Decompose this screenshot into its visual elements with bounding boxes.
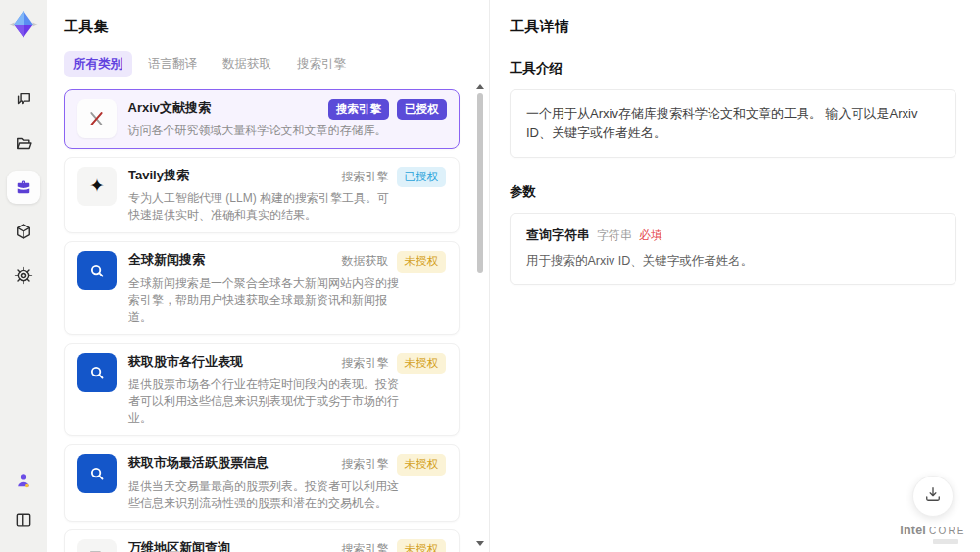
app-window: 工具集 所有类别 语言翻译 数据获取 搜索引擎 Arxiv文献搜索 <box>0 0 980 552</box>
category-label: 搜索引擎 <box>342 456 389 473</box>
tools-panel: 工具集 所有类别 语言翻译 数据获取 搜索引擎 Arxiv文献搜索 <box>47 0 490 552</box>
auth-status-badge: 未授权 <box>397 251 447 273</box>
tool-detail-panel: 工具详情 工具介绍 一个用于从Arxiv存储库搜索科学论文和文章的工具。 输入可… <box>490 0 980 552</box>
stock-sector-search-icon <box>77 353 117 392</box>
intel-core-logo: intel core <box>902 524 964 537</box>
auth-status-badge: 未授权 <box>397 353 447 375</box>
tab-search-engine[interactable]: 搜索引擎 <box>287 51 356 77</box>
tool-card-global-news[interactable]: 全球新闻搜索 数据获取 未授权 全球新闻搜索是一个聚合全球各大新闻网站内容的搜索… <box>64 241 460 335</box>
tool-name: Arxiv文献搜索 <box>128 99 212 117</box>
sidebar-item-packages[interactable] <box>7 215 40 248</box>
sidebar-item-files[interactable] <box>7 126 40 160</box>
settings-icon <box>14 266 33 285</box>
user-avatar-icon <box>14 471 33 490</box>
tool-name: 万维地区新闻查询 <box>128 539 230 552</box>
category-label: 数据获取 <box>342 253 389 270</box>
tool-card-active-stocks[interactable]: 获取市场最活跃股票信息 搜索引擎 未授权 提供当天交易量最高的股票列表。投资者可… <box>64 444 460 522</box>
tool-description: 专为人工智能代理 (LLM) 构建的搜索引擎工具。可快速提供实时、准确和真实的结… <box>128 190 400 224</box>
toolbox-icon <box>14 177 33 197</box>
intel-logo-sub-mark <box>933 539 958 544</box>
panel-toggle-icon <box>14 510 33 529</box>
scroll-up-arrow-icon[interactable] <box>476 84 484 89</box>
sidebar-item-settings[interactable] <box>7 259 40 292</box>
package-icon <box>14 222 33 241</box>
auth-status-badge: 未授权 <box>397 454 447 476</box>
folder-icon <box>14 133 33 153</box>
tool-card-arxiv[interactable]: Arxiv文献搜索 搜索引擎 已授权 访问各个研究领域大量科学论文和文章的存储库… <box>64 89 460 149</box>
category-label: 搜索引擎 <box>342 169 389 185</box>
download-button[interactable] <box>912 476 954 517</box>
tool-intro-text: 一个用于从Arxiv存储库搜索科学论文和文章的工具。 输入可以是Arxiv ID… <box>510 89 956 158</box>
tool-card-stock-sector[interactable]: 获取股市各行业表现 搜索引擎 未授权 提供股票市场各个行业在特定时间段内的表现。… <box>64 343 460 437</box>
tool-name: Tavily搜索 <box>128 167 189 184</box>
tab-language-translation[interactable]: 语言翻译 <box>138 51 207 77</box>
parameter-name: 查询字符串 <box>526 226 590 244</box>
tool-name: 获取市场最活跃股票信息 <box>128 454 269 472</box>
scroll-down-arrow-icon[interactable] <box>476 541 484 546</box>
params-section-heading: 参数 <box>510 183 956 201</box>
panel-toggle-button[interactable] <box>7 503 40 536</box>
tool-name: 获取股市各行业表现 <box>128 353 243 371</box>
tool-description: 提供股票市场各个行业在特定时间段内的表现。投资者可以利用这些信息来识别表现优于或… <box>128 376 400 427</box>
regional-news-icon <box>77 539 117 552</box>
sidebar <box>0 0 47 552</box>
category-label: 搜索引擎 <box>342 541 389 552</box>
download-icon <box>923 484 943 508</box>
tool-card-regional-news[interactable]: 万维地区新闻查询 搜索引擎 未授权 查询具体行政区划内的新闻，快速了解各地新闻动 <box>64 529 460 552</box>
parameter-type: 字符串 <box>597 227 632 244</box>
tool-card-tavily[interactable]: ✦ Tavily搜索 搜索引擎 已授权 专为人工智能代理 (LLM) 构建的搜索… <box>64 157 460 234</box>
category-tabs: 所有类别 语言翻译 数据获取 搜索引擎 <box>64 51 469 77</box>
intro-section-heading: 工具介绍 <box>510 60 956 77</box>
list-scrollbar <box>475 84 485 546</box>
auth-status-badge: 未授权 <box>397 539 447 552</box>
auth-status-badge: 已授权 <box>397 167 447 188</box>
sidebar-item-toolbox[interactable] <box>7 171 40 204</box>
chat-icon <box>14 89 33 109</box>
required-badge: 必填 <box>639 227 662 244</box>
tool-name: 全球新闻搜索 <box>128 251 205 269</box>
global-news-search-icon <box>77 251 117 290</box>
tool-description: 提供当天交易量最高的股票列表。投资者可以利用这些信息来识别流动性强的股票和潜在的… <box>128 478 400 512</box>
parameter-description: 用于搜索的Arxiv ID、关键字或作者姓名。 <box>526 253 940 270</box>
app-logo-icon <box>7 8 40 41</box>
parameter-card: 查询字符串 字符串 必填 用于搜索的Arxiv ID、关键字或作者姓名。 <box>510 213 956 285</box>
tool-description: 访问各个研究领域大量科学论文和文章的存储库。 <box>128 123 400 139</box>
detail-panel-title: 工具详情 <box>510 18 956 36</box>
tool-card-list: Arxiv文献搜索 搜索引擎 已授权 访问各个研究领域大量科学论文和文章的存储库… <box>64 89 469 552</box>
tavily-star-icon: ✦ <box>77 167 117 206</box>
category-label: 搜索引擎 <box>342 355 389 372</box>
auth-status-badge: 已授权 <box>397 99 447 121</box>
active-stocks-search-icon <box>77 454 117 493</box>
scrollbar-thumb[interactable] <box>477 93 483 273</box>
tools-panel-title: 工具集 <box>64 18 469 36</box>
corner-widgets: intel core <box>902 476 964 544</box>
tab-data-fetching[interactable]: 数据获取 <box>213 51 281 77</box>
tab-all-categories[interactable]: 所有类别 <box>64 51 132 77</box>
arxiv-logo-icon <box>77 99 117 138</box>
tool-description: 全球新闻搜索是一个聚合全球各大新闻网站内容的搜索引擎，帮助用户快速获取全球最新资… <box>128 276 400 326</box>
sidebar-item-chat[interactable] <box>7 82 40 116</box>
category-badge: 搜索引擎 <box>328 99 389 121</box>
sidebar-bottom <box>7 464 40 542</box>
user-profile-button[interactable] <box>7 464 40 497</box>
